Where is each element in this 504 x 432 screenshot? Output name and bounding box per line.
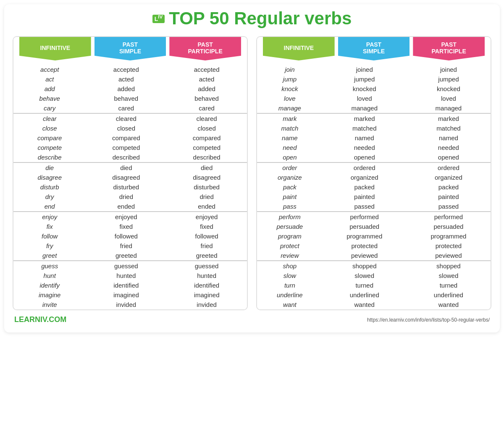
table-row: needneededneeded (257, 143, 491, 152)
table-row: jumpjumpedjumped (257, 74, 491, 84)
table-row: openopenedopened (257, 152, 491, 162)
table-row: fixfixedfixed (13, 222, 247, 231)
right-past-simple-header: PASTSIMPLE (338, 37, 410, 60)
table-row: behavebehavedbehaved (13, 94, 247, 103)
table-row: slowslowedslowed (257, 271, 491, 280)
table-row: competecompetedcompeted (13, 143, 247, 152)
table-row: hunthuntedhunted (13, 271, 247, 280)
table-row: packpackedpacked (257, 182, 491, 192)
table-row: describedescribeddescribed (13, 152, 247, 162)
left-table-section: INFINITIVE PASTSIMPLE PASTPARTICIPLE acc… (13, 36, 248, 310)
table-row: carycaredcared (13, 103, 247, 113)
logo-sup: IV (158, 14, 163, 20)
table-row: followfollowedfollowed (13, 231, 247, 241)
table-row: performperformedperformed (257, 212, 491, 222)
right-col-headers: INFINITIVE PASTSIMPLE PASTPARTICIPLE (257, 37, 491, 65)
table-row: lovelovedloved (257, 94, 491, 103)
table-row: turnturnedturned (257, 280, 491, 290)
table-row: enjoyenjoyedenjoyed (13, 212, 247, 222)
table-row: wantwantedwanted (257, 300, 491, 309)
footer-url: https://en.learniv.com/info/en/lists/top… (367, 317, 490, 323)
table-row: underlineunderlinedunderlined (257, 290, 491, 300)
table-row: diedieddied (13, 162, 247, 173)
table-row: acceptacceptedaccepted (13, 65, 247, 74)
table-row: knockknockedknocked (257, 84, 491, 94)
left-past-participle-header: PASTPARTICIPLE (169, 37, 241, 60)
footer-brand: LEARNIV.COM (14, 315, 66, 324)
table-row: inviteinvidedinvided (13, 300, 247, 309)
table-row: programprogrammedprogrammed (257, 231, 491, 241)
left-col-headers: INFINITIVE PASTSIMPLE PASTPARTICIPLE (13, 37, 247, 65)
table-row: comparecomparedcompared (13, 133, 247, 143)
table-row: managemanagedmanaged (257, 103, 491, 113)
table-row: disagreedisagreeddisagreed (13, 173, 247, 182)
table-row: fryfriedfried (13, 241, 247, 251)
table-row: actactedacted (13, 74, 247, 84)
table-row: imagineimaginedimagined (13, 290, 247, 300)
table-row: protectprotectedprotected (257, 241, 491, 251)
table-row: identifyidentifiedidentified (13, 280, 247, 290)
table-row: reviewpeviewedpeviewed (257, 251, 491, 261)
table-row: persuadepersuadedpersuaded (257, 222, 491, 231)
table-row: passpassedpassed (257, 202, 491, 212)
right-table-section: INFINITIVE PASTSIMPLE PASTPARTICIPLE joi… (256, 36, 491, 310)
page-wrapper: LIV TOP 50 Regular verbs INFINITIVE PAST… (4, 4, 500, 333)
page-header: LIV TOP 50 Regular verbs (13, 8, 491, 29)
table-row: joinjoinedjoined (257, 65, 491, 74)
table-row: matchmatchedmatched (257, 123, 491, 133)
table-row: clearclearedcleared (13, 113, 247, 123)
table-row: drydrieddried (13, 192, 247, 202)
right-infinitive-header: INFINITIVE (263, 37, 335, 60)
footer: LEARNIV.COM https://en.learniv.com/info/… (13, 315, 491, 324)
table-row: endendedended (13, 202, 247, 212)
page-title: TOP 50 Regular verbs (169, 8, 352, 29)
table-row: namenamednamed (257, 133, 491, 143)
table-row: addaddedadded (13, 84, 247, 94)
left-past-simple-header: PASTSIMPLE (94, 37, 166, 60)
right-past-participle-header: PASTPARTICIPLE (413, 37, 485, 60)
table-row: organizeorganizedorganized (257, 173, 491, 182)
table-row: shopshoppedshopped (257, 261, 491, 271)
left-infinitive-header: INFINITIVE (19, 37, 91, 60)
table-row: paintpaintedpainted (257, 192, 491, 202)
table-row: closeclosedclosed (13, 123, 247, 133)
right-verb-table: joinjoinedjoinedjumpjumpedjumpedknockkno… (257, 65, 491, 309)
left-verb-table: acceptacceptedacceptedactactedactedaddad… (13, 65, 247, 309)
table-row: guessguessedguessed (13, 261, 247, 271)
table-row: orderorderedordered (257, 162, 491, 173)
logo: LIV (152, 14, 165, 23)
table-row: greetgreetedgreeted (13, 251, 247, 261)
tables-container: INFINITIVE PASTSIMPLE PASTPARTICIPLE acc… (13, 36, 491, 310)
table-row: disturbdisturbeddisturbed (13, 182, 247, 192)
table-row: markmarkedmarked (257, 113, 491, 123)
